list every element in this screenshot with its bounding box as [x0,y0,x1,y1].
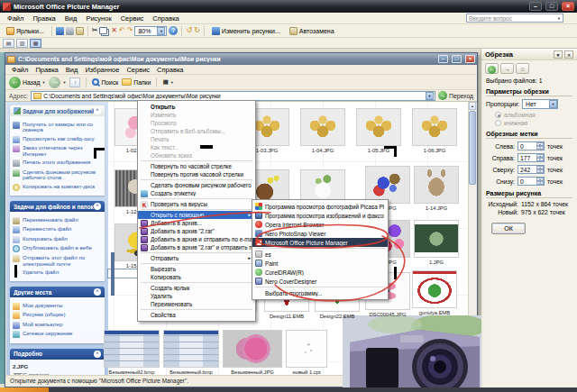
crop-field-input[interactable]: 0▲▼ [517,141,545,150]
sidebar-item[interactable]: Копировать на компакт-диск [13,184,102,191]
up-button[interactable]: ↑ [69,77,80,87]
menu-item[interactable]: Повернуть по часовой стрелке [138,162,255,170]
menu-item[interactable]: Добавить в архив "2.rar" и отправить по … [138,243,255,251]
crop-mark[interactable] [200,145,213,149]
menu-item[interactable]: Программа просмотра изображений и факсов [252,211,388,220]
menu-item[interactable]: Вид [62,66,82,74]
minimize-button[interactable]: – [529,2,542,11]
mail-icon[interactable] [76,27,84,35]
chevron-down-icon[interactable]: ▼ [554,50,563,59]
menu-item[interactable]: Правка [28,14,60,23]
spin-down-icon[interactable]: ▼ [536,158,544,161]
maximize-button[interactable]: □ [545,2,558,11]
file-thumbnail[interactable]: 1-06.JPG [412,108,457,153]
menu-item[interactable]: Печать [138,135,255,143]
menu-item[interactable]: Выбрать программу... [252,288,388,297]
menu-item[interactable]: Просмотр [138,119,255,127]
menu-item[interactable]: Добавить в архив и отправить по e-mail..… [138,235,255,243]
menu-item[interactable]: Справка [153,66,187,74]
sidebar-item[interactable]: Переименовать файл [13,217,102,224]
menu-item[interactable]: Удалить [138,292,255,300]
minimize-button[interactable]: – [438,55,448,63]
file-thumbnail[interactable]: 1-04.JPG [300,108,345,153]
edit-pictures-button[interactable]: Изменить рисунки... [208,25,284,36]
sidebar-item[interactable]: Отправить этот файл по электронной почте [13,255,102,268]
menu-item[interactable]: Обновить эскиз [138,151,255,160]
spinner[interactable]: ▲▼ [536,178,544,185]
menu-item[interactable]: Рисунок [81,14,115,23]
shortcuts-button[interactable]: Ярлыки... [3,25,48,36]
delete-icon[interactable]: ✕ [111,26,117,35]
undo-icon[interactable]: ↶ [119,26,125,35]
file-thumbnail[interactable]: gonulya.EMB [412,270,457,315]
menu-item[interactable]: Открыть [138,103,255,111]
crop-mark[interactable] [14,265,17,278]
menu-item[interactable]: Как текст... [138,143,255,151]
zoom-combobox[interactable]: 80% ▼ [134,26,167,36]
spin-down-icon[interactable]: ▼ [536,146,544,150]
sidebar-section-header[interactable]: Другие места^ [10,287,105,297]
help-icon[interactable]: ? [169,26,178,35]
portrait-radio[interactable] [495,120,501,126]
spinner[interactable]: ▲▼ [536,154,544,161]
crop-field-input[interactable]: 242▲▼ [517,165,545,174]
spin-down-icon[interactable]: ▼ [536,169,544,173]
menu-item[interactable]: Переименовать [138,300,255,308]
menu-item[interactable]: Вырезать [138,265,255,273]
sidebar-item[interactable]: Переместить файл [13,226,102,233]
sidebar-item[interactable]: Рисунки (общие) [13,312,102,319]
crop-field-input[interactable]: 177▲▼ [517,153,545,162]
scrollbar-thumb[interactable] [469,111,476,185]
file-thumbnail[interactable]: новый 1.cpt [286,330,327,375]
menu-item[interactable]: Копировать [138,273,255,281]
forward-button[interactable]: → [500,63,514,74]
menu-item[interactable]: Справка [148,14,183,23]
sidebar-item[interactable]: Опубликовать файл в вебе [13,245,102,252]
file-thumbnail[interactable]: Безымянный.bmp [163,330,219,375]
landscape-radio[interactable] [495,112,501,118]
crop-mark[interactable] [394,146,397,157]
sidebar-section-header[interactable]: Подробно^ [10,349,105,360]
thumbnail-view-button[interactable]: ▤ [3,39,14,48]
close-button[interactable]: × [562,2,574,11]
menu-item[interactable]: Сервис [116,14,149,23]
go-button[interactable]: → Переход [438,91,473,100]
filmstrip-view-button[interactable]: ▥ [16,39,28,48]
chevron-icon[interactable]: ^ [94,107,101,114]
maximize-button[interactable]: □ [452,55,462,63]
spinner[interactable]: ▲▼ [536,166,544,173]
menu-item[interactable]: Программа просмотра фотографий Picasa Ph… [252,202,388,211]
menu-item[interactable]: Nero PhotoSnap Viewer [252,229,388,238]
file-thumbnail[interactable]: Безымянный.JPG [223,330,282,375]
menu-item[interactable]: Создать этикетку [138,189,255,197]
scroll-up-icon[interactable]: ▲ [469,102,476,110]
sidebar-item[interactable]: Мои документы [13,303,102,310]
folders-button[interactable]: Папки [122,78,151,86]
menu-item[interactable]: Opera Internet Browser [252,220,388,229]
menu-item[interactable]: Вид [60,14,82,23]
sidebar-item[interactable]: ✕Удалить файл [13,269,102,277]
cut-icon[interactable]: ✂ [92,26,98,35]
menu-item[interactable]: Повернуть против часовой стрелки [138,170,255,178]
home-button[interactable]: ⌂ [516,63,529,74]
menu-item[interactable]: Сервис [123,66,153,74]
menu-item[interactable]: Изменить [138,111,255,119]
crop-mark[interactable] [94,148,96,159]
print-icon[interactable] [66,27,74,35]
proportions-select[interactable]: Нет ▼ [522,99,558,109]
menu-item[interactable]: es [252,250,388,259]
taskbar[interactable] [0,387,577,392]
autocorrect-button[interactable]: Автозамена [286,25,338,36]
menu-item[interactable]: Отправить► [138,254,255,262]
menu-item[interactable]: Отправить в Веб-альбомы... [138,127,255,135]
sidebar-section-header[interactable]: Задачи для изображений^ [10,105,105,116]
ok-button[interactable]: ОК [491,223,526,234]
address-input[interactable]: C:\Documents and Settings\мой офис\Мои д… [31,91,435,101]
file-thumbnail[interactable]: Безымянный2.bmp [104,330,160,375]
single-view-button[interactable]: ▦ [30,39,41,48]
menu-item[interactable]: KПроверить на вирусы [138,200,255,208]
sidebar-item[interactable]: Заказ отпечатков через Интернет [13,145,102,158]
sidebar-item[interactable]: Мой компьютер [13,322,102,329]
crop-mark[interactable] [394,267,397,279]
rotate-left-icon[interactable]: ↺ [186,26,192,35]
